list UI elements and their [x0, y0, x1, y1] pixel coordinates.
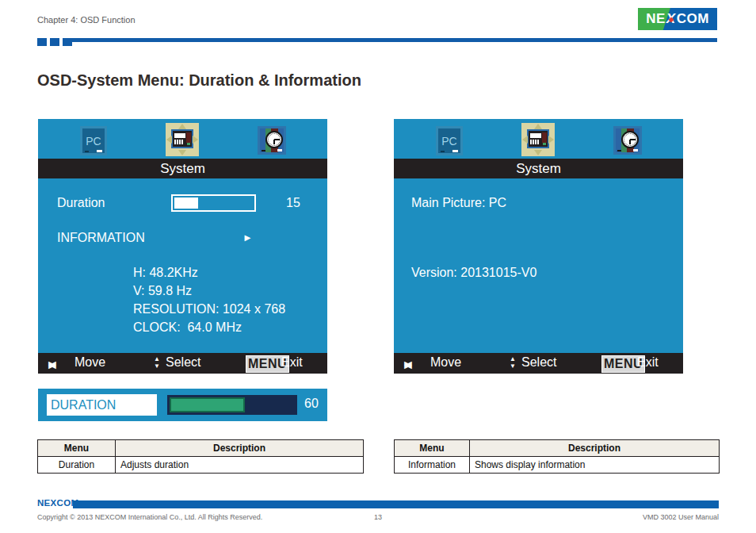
- duration-progress-bar: [171, 194, 256, 212]
- arrow-up-icon: [178, 124, 186, 129]
- chapter-heading: Chapter 4: OSD Function: [37, 15, 136, 25]
- table-header-menu: Menu: [38, 440, 116, 457]
- select-arrows-icon: ▲▼: [154, 355, 160, 370]
- arrow-up-icon: [534, 124, 542, 129]
- menu-cell: Duration: [38, 457, 116, 474]
- info-line-h: H: 48.2KHz: [133, 266, 198, 280]
- table-row: Duration Adjusts duration: [38, 457, 364, 474]
- duration-slider-track: [167, 395, 297, 415]
- main-picture-line: Main Picture: PC: [411, 196, 506, 210]
- description-cell: Shows display information: [470, 457, 720, 474]
- arrow-left-icon: [166, 136, 172, 144]
- system-menu-icon: [166, 123, 199, 156]
- osd-screen-duration: PC System Duration 15 INFORMATION ►: [38, 119, 327, 374]
- logo-text-suffix: COM: [677, 11, 709, 27]
- footer-manual-name: VMD 3002 User Manual: [643, 513, 719, 521]
- nexcom-logo: NE X COM: [638, 8, 717, 30]
- information-description-table: Menu Description Information Shows displ…: [394, 439, 720, 474]
- osd-screen-information: PC System Main Picture: PC Version: 2013…: [394, 119, 683, 374]
- menu-cell: Information: [395, 457, 470, 474]
- system-menu-icon: [521, 123, 555, 156]
- logo-text: NE X COM: [638, 8, 717, 30]
- system-icon-monitor: [171, 129, 193, 148]
- info-line-resolution: RESOLUTION: 1024 x 768: [133, 302, 285, 316]
- duration-slider-fill: [170, 397, 245, 412]
- pc-source-icon: PC: [80, 126, 107, 155]
- arrow-down-icon: [178, 150, 186, 155]
- duration-description-table: Menu Description Duration Adjusts durati…: [37, 439, 364, 474]
- clock-face: [621, 131, 639, 148]
- arrow-left-icon: [522, 136, 528, 144]
- header-square-1: [37, 38, 47, 46]
- select-hint: Select: [521, 355, 556, 370]
- clock-menu-icon: [258, 126, 286, 155]
- system-icon-monitor: [527, 129, 549, 148]
- submenu-arrow-icon: ►: [242, 232, 253, 243]
- osd-duration-fill: [174, 197, 198, 209]
- logo-x-mark: X: [666, 11, 677, 27]
- table-header-description: Description: [470, 440, 720, 457]
- clock-face: [265, 131, 283, 148]
- duration-slider-label: DURATION: [47, 394, 157, 416]
- info-line-v: V: 59.8 Hz: [133, 284, 192, 298]
- select-arrows-icon: ▲▼: [510, 355, 516, 370]
- duration-slider-widget: DURATION 60: [38, 389, 327, 421]
- info-line-clock: CLOCK: 64.0 MHz: [133, 320, 242, 335]
- arrow-right-icon: [548, 136, 554, 144]
- move-hint: Move: [74, 355, 105, 370]
- page-title: OSD-System Menu: Duration & Information: [37, 71, 361, 90]
- pc-icon-label: PC: [86, 135, 101, 148]
- arrow-right-icon: [193, 136, 198, 144]
- osd-control-bar: ◄► Move ▲▼ Select MENU Exit: [394, 353, 683, 374]
- manual-page: Chapter 4: OSD Function NE X COM OSD-Sys…: [0, 0, 756, 533]
- description-cell: Adjusts duration: [116, 457, 364, 474]
- table-header-description: Description: [116, 440, 364, 457]
- duration-value: 15: [286, 196, 300, 210]
- arrow-down-icon: [534, 150, 542, 155]
- version-line: Version: 20131015-V0: [411, 266, 536, 280]
- information-menu-item: INFORMATION: [57, 231, 145, 245]
- move-hint: Move: [430, 355, 461, 370]
- header-rule: [71, 38, 717, 42]
- logo-text-prefix: NE: [646, 11, 666, 27]
- pc-source-icon: PC: [436, 126, 463, 155]
- header-square-2: [50, 38, 59, 46]
- duration-slider-value: 60: [304, 397, 319, 411]
- table-row: Information Shows display information: [395, 457, 720, 474]
- exit-hint: Exit: [637, 355, 659, 370]
- duration-menu-item: Duration: [57, 196, 105, 210]
- osd-title: System: [394, 159, 683, 178]
- footer-rule: [73, 500, 719, 508]
- clock-menu-icon: [613, 126, 642, 155]
- select-hint: Select: [166, 355, 200, 370]
- osd-title: System: [38, 159, 327, 178]
- osd-control-bar: ◄► Move ▲▼ Select MENU Exit: [38, 353, 327, 374]
- exit-hint: Exit: [281, 355, 303, 370]
- pc-icon-label: PC: [441, 135, 456, 148]
- table-header-menu: Menu: [395, 440, 470, 457]
